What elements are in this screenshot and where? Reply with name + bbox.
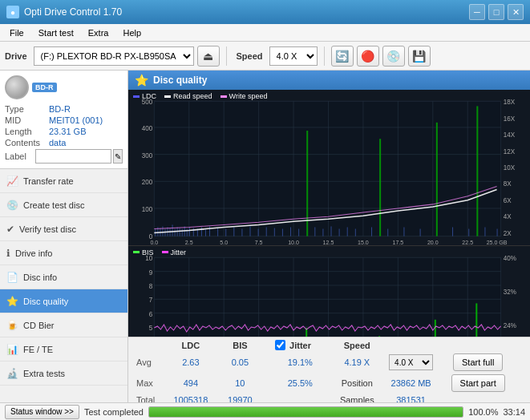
disc-label-edit-button[interactable]: ✎ — [113, 149, 123, 164]
disc-label-input[interactable] — [35, 149, 111, 164]
disc-type-label: Type — [5, 104, 49, 114]
svg-text:32%: 32% — [504, 289, 516, 296]
legend-write-speed-label: Write speed — [229, 92, 268, 100]
total-ldc: 1005318 — [164, 394, 218, 402]
disc-length-label: Length — [5, 127, 49, 136]
svg-text:40%: 40% — [504, 255, 516, 262]
svg-text:12.5: 12.5 — [323, 240, 334, 245]
svg-rect-147 — [475, 303, 477, 337]
legend-ldc-dot — [133, 95, 140, 98]
panel-header: ⭐ Disc quality — [128, 71, 530, 90]
svg-rect-60 — [182, 228, 183, 236]
status-text: Test completed — [84, 407, 144, 417]
sidebar-item-extra-tests[interactable]: 🔬 Extra tests — [0, 361, 127, 386]
menu-help[interactable]: Help — [116, 26, 148, 39]
refresh-button[interactable]: 🔄 — [331, 46, 354, 67]
speed-label: Speed — [237, 51, 263, 61]
drive-select[interactable]: (F:) PLEXTOR BD-R PX-LB950SA 1.06 — [34, 46, 194, 66]
svg-text:6: 6 — [149, 311, 153, 318]
legend-write-speed-dot — [220, 95, 227, 98]
position-value: 23862 MB — [386, 374, 436, 393]
title-bar: ● Opti Drive Control 1.70 ─ □ ✕ — [0, 0, 530, 24]
disc-length-row: Length 23.31 GB — [5, 127, 123, 136]
sidebar-item-fe-te[interactable]: 📊 FE / TE — [0, 337, 127, 361]
menu-extra[interactable]: Extra — [82, 26, 115, 39]
close-button[interactable]: ✕ — [508, 4, 524, 20]
svg-rect-56 — [172, 224, 173, 236]
sidebar-item-disc-info[interactable]: 📄 Disc info — [0, 265, 127, 289]
drive-label: Drive — [5, 51, 27, 61]
svg-rect-67 — [205, 228, 206, 236]
svg-rect-87 — [387, 228, 388, 236]
window-controls: ─ □ ✕ — [469, 4, 524, 20]
legend-write-speed: Write speed — [220, 92, 268, 100]
progress-label: 100.0% — [468, 407, 498, 417]
nav-list: 📈 Transfer rate 💿 Create test disc ✔ Ver… — [0, 169, 127, 402]
avg-label: Avg — [130, 353, 162, 372]
svg-text:14X: 14X — [504, 131, 516, 139]
svg-text:10.0: 10.0 — [288, 240, 299, 245]
disc-mid-value: MEIT01 (001) — [49, 115, 103, 125]
disc-type-badge: BD-R — [32, 83, 57, 92]
sidebar-item-drive-info[interactable]: ℹ Drive info — [0, 241, 127, 265]
stats-table: LDC BIS Jitter Speed — [128, 337, 530, 402]
verify-test-disc-icon: ✔ — [6, 224, 14, 235]
minimize-button[interactable]: ─ — [469, 4, 485, 20]
save-button[interactable]: 💾 — [408, 46, 431, 67]
jitter-checkbox-label[interactable]: Jitter — [275, 340, 325, 350]
jitter-checkbox[interactable] — [275, 340, 285, 350]
sidebar-item-disc-quality-label: Disc quality — [23, 297, 68, 306]
sidebar-item-disc-quality[interactable]: ⭐ Disc quality — [0, 289, 127, 313]
svg-rect-93 — [497, 228, 498, 236]
legend-jitter: Jitter — [162, 248, 187, 256]
svg-rect-47 — [436, 123, 438, 236]
menu-start-test[interactable]: Start test — [32, 26, 80, 39]
svg-rect-48 — [476, 106, 478, 236]
max-jitter: 25.5% — [272, 374, 328, 393]
legend-ldc-label: LDC — [142, 92, 156, 100]
svg-rect-85 — [355, 228, 356, 236]
progress-bar-fill — [149, 407, 463, 417]
legend-jitter-dot — [162, 251, 168, 253]
sidebar-item-cd-bier[interactable]: 🍺 CD Bier — [0, 313, 127, 337]
sidebar-item-fe-te-label: FE / TE — [23, 345, 53, 354]
svg-text:10X: 10X — [504, 164, 516, 172]
sidebar-item-create-test-disc[interactable]: 💿 Create test disc — [0, 193, 127, 217]
panel-header-icon: ⭐ — [135, 74, 148, 87]
avg-bis: 0.05 — [220, 353, 261, 372]
disc-mid-label: MID — [5, 115, 49, 125]
sidebar-item-drive-info-label: Drive info — [15, 248, 52, 258]
svg-rect-62 — [187, 228, 188, 236]
disc-quality-icon: ⭐ — [6, 296, 18, 307]
svg-rect-74 — [258, 228, 259, 236]
start-part-button[interactable]: Start part — [451, 374, 505, 392]
menu-file[interactable]: File — [3, 26, 30, 39]
max-bis: 10 — [220, 374, 261, 393]
svg-rect-80 — [314, 227, 315, 236]
speed-select-stats[interactable]: 4.0 X — [389, 354, 433, 370]
charts-container: LDC Read speed Write speed — [128, 90, 530, 337]
sidebar-item-verify-test-disc[interactable]: ✔ Verify test disc — [0, 217, 127, 241]
sidebar-item-transfer-rate[interactable]: 📈 Transfer rate — [0, 169, 127, 193]
drive-eject-button[interactable]: ⏏ — [197, 46, 220, 67]
svg-rect-95 — [154, 257, 500, 337]
svg-text:200: 200 — [142, 179, 153, 186]
svg-text:24%: 24% — [504, 322, 516, 329]
svg-text:5.0: 5.0 — [220, 240, 228, 245]
cd-bier-icon: 🍺 — [6, 320, 18, 331]
fe-te-icon: 📊 — [6, 344, 18, 355]
disc-info-icon: 📄 — [6, 272, 18, 283]
svg-text:8X: 8X — [504, 180, 512, 188]
disc-label-row: Label ✎ — [5, 149, 123, 164]
svg-rect-57 — [175, 228, 176, 236]
disc-type-value: BD-R — [49, 104, 71, 114]
svg-text:25.0 GB: 25.0 GB — [487, 240, 508, 245]
disc-button[interactable]: 💿 — [382, 46, 405, 67]
burn-button[interactable]: 🔴 — [357, 46, 379, 67]
maximize-button[interactable]: □ — [488, 4, 504, 20]
start-full-button[interactable]: Start full — [453, 353, 503, 371]
speed-select[interactable]: 4.0 X — [269, 46, 318, 66]
status-window-button[interactable]: Status window >> — [5, 405, 79, 419]
svg-rect-59 — [180, 228, 180, 236]
total-bis: 19970 — [220, 394, 261, 402]
